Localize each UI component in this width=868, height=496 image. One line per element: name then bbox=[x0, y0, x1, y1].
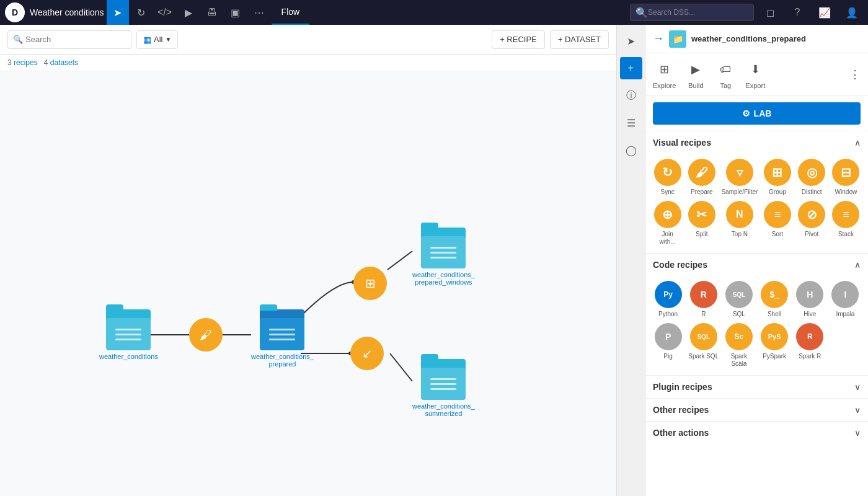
recipe-group[interactable]: ⊞ Group bbox=[763, 159, 792, 196]
recipe-python[interactable]: Py Python bbox=[653, 281, 683, 318]
folder-line bbox=[269, 339, 295, 340]
sample-icon: ↙ bbox=[362, 346, 373, 361]
build-button[interactable]: ▶ Build bbox=[686, 60, 706, 89]
side-icon-arrow[interactable]: ➤ bbox=[620, 30, 642, 52]
recipe-join[interactable]: ⊕ Join with... bbox=[653, 201, 682, 246]
nav-help-icon[interactable]: ? bbox=[786, 0, 808, 25]
recipe-shell[interactable]: $_ Shell bbox=[760, 281, 790, 318]
flow-search-input[interactable] bbox=[25, 35, 125, 44]
filter-icon: ▦ bbox=[143, 35, 151, 45]
canvas-svg bbox=[0, 71, 616, 496]
recipe-r[interactable]: R R bbox=[688, 281, 719, 318]
side-icon-list[interactable]: ☰ bbox=[620, 112, 642, 134]
folder-line bbox=[430, 252, 456, 254]
lab-button[interactable]: ⚙ LAB bbox=[653, 102, 861, 125]
recipe-node-prepare[interactable]: 🖌 bbox=[189, 318, 223, 352]
code-recipes-header[interactable]: Code recipes ∧ bbox=[645, 254, 868, 276]
recipe-stack[interactable]: ≡ Stack bbox=[831, 201, 861, 246]
datasets-link[interactable]: datasets bbox=[50, 58, 78, 67]
visual-recipes-title: Visual recipes bbox=[653, 138, 711, 148]
nav-apps-icon[interactable]: ◻ bbox=[759, 0, 781, 25]
prepare-recipe-icon: 🖌 bbox=[688, 159, 715, 186]
other-recipes-chevron: ∨ bbox=[854, 405, 861, 415]
dataset-icon-summerized bbox=[418, 356, 468, 400]
spark-scala-icon: Sc bbox=[725, 323, 753, 350]
add-recipe-button[interactable]: + RECIPE bbox=[492, 30, 545, 49]
recipe-split[interactable]: ✂ Split bbox=[687, 201, 716, 246]
nav-more-icon[interactable]: ⋯ bbox=[248, 0, 270, 25]
recipe-panel-scroll[interactable]: Visual recipes ∧ ↻ Sync 🖌 Prepare bbox=[645, 131, 868, 496]
recipe-sample-filter[interactable]: ▿ Sample/Filter bbox=[721, 159, 758, 196]
recipe-sort[interactable]: ≡ Sort bbox=[763, 201, 792, 246]
other-actions-header[interactable]: Other actions ∨ bbox=[645, 422, 868, 444]
prepare-icon: 🖌 bbox=[200, 328, 212, 342]
dataset-node-prepared[interactable]: weather_conditions_prepared bbox=[251, 307, 314, 368]
nav-play-icon[interactable]: ▶ bbox=[177, 0, 200, 25]
visual-recipes-header[interactable]: Visual recipes ∧ bbox=[645, 131, 868, 154]
export-icon: ⬇ bbox=[745, 60, 765, 79]
recipes-link[interactable]: recipes bbox=[14, 58, 38, 67]
recipe-pig[interactable]: P Pig bbox=[653, 323, 683, 368]
recipe-node-sample[interactable]: ↙ bbox=[350, 337, 384, 370]
nav-user-icon[interactable]: 👤 bbox=[841, 0, 863, 25]
search-icon: 🔍 bbox=[13, 35, 23, 44]
more-actions-button[interactable]: ⋮ bbox=[849, 68, 861, 81]
tag-button[interactable]: 🏷 Tag bbox=[715, 60, 735, 89]
recipe-sync[interactable]: ↻ Sync bbox=[653, 159, 682, 196]
nav-arrow-icon[interactable]: ➤ bbox=[107, 0, 129, 25]
nav-icons: ➤ ↻ </> ▶ 🖶 ▣ ⋯ Flow bbox=[107, 0, 310, 25]
recipe-node-window[interactable]: ⊞ bbox=[353, 267, 387, 300]
dataset-node-windows[interactable]: weather_conditions_prepared_windows bbox=[412, 225, 475, 286]
svg-line-3 bbox=[388, 251, 412, 270]
tag-icon: 🏷 bbox=[715, 60, 735, 79]
recipe-spark-sql[interactable]: SQL Spark SQL bbox=[688, 323, 719, 368]
nav-search-input[interactable] bbox=[648, 8, 747, 17]
recipe-hive[interactable]: H Hive bbox=[795, 281, 825, 318]
recipe-sql[interactable]: SQL SQL bbox=[724, 281, 754, 318]
recipe-spark-scala[interactable]: Sc Spark Scala bbox=[724, 323, 754, 368]
side-icon-info[interactable]: ⓘ bbox=[620, 84, 642, 107]
nav-code-icon[interactable]: </> bbox=[154, 0, 176, 25]
side-icon-add[interactable]: + bbox=[620, 57, 642, 79]
dataset-node-weather-conditions[interactable]: weather_conditions bbox=[99, 307, 158, 360]
recipe-topn[interactable]: N Top N bbox=[721, 201, 758, 246]
recipe-pivot[interactable]: ⊘ Pivot bbox=[797, 201, 826, 246]
export-button[interactable]: ⬇ Export bbox=[745, 60, 765, 89]
flow-tab[interactable]: Flow bbox=[272, 0, 310, 25]
filter-button[interactable]: ▦ All ▼ bbox=[136, 30, 178, 49]
recipe-spark-r[interactable]: R Spark R bbox=[795, 323, 825, 368]
side-icon-circle[interactable]: ◯ bbox=[620, 139, 642, 161]
plugin-recipes-header[interactable]: Plugin recipes ∨ bbox=[645, 376, 868, 398]
folder-lines bbox=[430, 378, 456, 390]
nav-analytics-icon[interactable]: 📈 bbox=[813, 0, 836, 25]
nav-search-box[interactable]: 🔍 bbox=[630, 4, 754, 21]
recipe-pyspark[interactable]: PyS PySpark bbox=[760, 323, 790, 368]
nav-print-icon[interactable]: 🖶 bbox=[201, 0, 223, 25]
recipe-prepare-btn[interactable]: 🖌 Prepare bbox=[687, 159, 716, 196]
code-recipes-title: Code recipes bbox=[653, 260, 707, 270]
back-arrow-button[interactable]: → bbox=[653, 32, 664, 45]
breadcrumb: 3 recipes 4 datasets bbox=[0, 55, 616, 71]
top-nav: D Weather conditions ➤ ↻ </> ▶ 🖶 ▣ ⋯ Flo… bbox=[0, 0, 868, 25]
folder-line bbox=[430, 247, 456, 249]
folder-line bbox=[115, 329, 141, 330]
action-buttons: ⊞ Explore ▶ Build 🏷 Tag ⬇ Export ⋮ bbox=[645, 53, 868, 96]
dataset-header-icon: 📁 bbox=[669, 30, 686, 48]
nav-monitor-icon[interactable]: ▣ bbox=[224, 0, 247, 25]
other-actions-section: Other actions ∨ bbox=[645, 421, 868, 444]
spark-sql-icon: SQL bbox=[690, 323, 717, 350]
other-recipes-header[interactable]: Other recipes ∨ bbox=[645, 399, 868, 421]
recipe-window-btn[interactable]: ⊟ Window bbox=[831, 159, 861, 196]
distinct-icon: ◎ bbox=[798, 159, 825, 186]
explore-button[interactable]: ⊞ Explore bbox=[653, 60, 676, 89]
lab-icon: ⚙ bbox=[742, 108, 750, 118]
recipe-impala[interactable]: I Impala bbox=[830, 281, 861, 318]
recipe-distinct[interactable]: ◎ Distinct bbox=[797, 159, 826, 196]
nav-refresh-icon[interactable]: ↻ bbox=[130, 0, 153, 25]
folder-line bbox=[430, 388, 456, 390]
add-dataset-button[interactable]: + DATASET bbox=[550, 30, 609, 49]
plugin-recipes-title: Plugin recipes bbox=[653, 382, 712, 392]
canvas-area[interactable]: weather_conditions 🖌 bbox=[0, 71, 616, 496]
flow-search-wrap[interactable]: 🔍 bbox=[7, 30, 131, 49]
dataset-node-summerized[interactable]: weather_conditions_summerized bbox=[412, 356, 475, 417]
